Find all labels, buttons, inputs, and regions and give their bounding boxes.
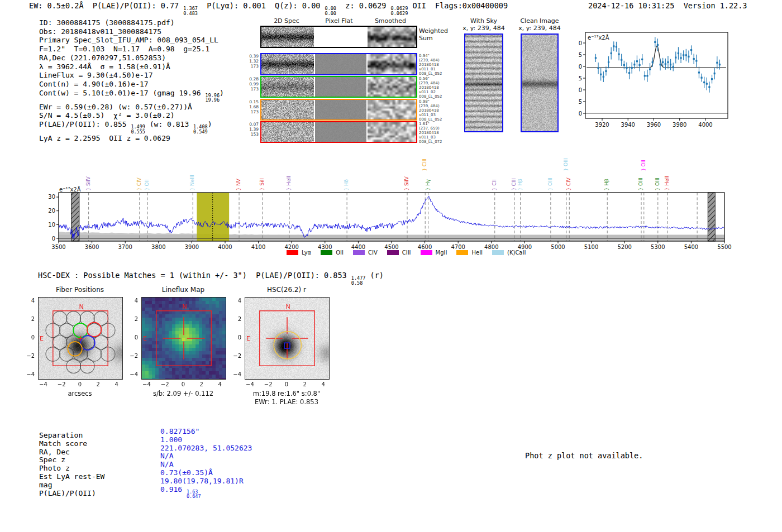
svg-text:7.5: 7.5 <box>578 75 582 82</box>
axis-tick-label: −4 <box>36 381 50 387</box>
axis-tick-label: 4 <box>230 298 241 304</box>
svg-text:3700: 3700 <box>118 244 132 250</box>
axis-tick-label: −2 <box>23 353 35 359</box>
legend-swatch <box>492 250 504 255</box>
lineflux-title: Lineflux Map <box>139 286 228 294</box>
axis-tick-label: 2 <box>230 316 241 322</box>
info-line: EWr = 0.59(±0.28) (w: 0.57(±0.27))Å <box>39 103 224 112</box>
hsc-image <box>245 298 329 379</box>
info-line: ID: 3000884175 (3000884175.pdf) <box>39 18 224 27</box>
emission-line-label-neiii: NeIII <box>189 175 195 186</box>
2d-strip-left-values: 0.280.99173 <box>245 77 259 92</box>
lineflux-panel <box>141 297 226 380</box>
svg-text:30: 30 <box>48 194 55 200</box>
info-line: RA,Dec (221.070297,51.052853) <box>39 54 224 63</box>
fiber-panel <box>38 297 123 380</box>
info-line: LineFlux = 9.30(±4.50)e-17 <box>39 71 224 80</box>
svg-text:3980: 3980 <box>673 122 686 128</box>
emission-line-label-heii: HeII <box>664 176 670 186</box>
axis-tick-label: −2 <box>127 353 138 359</box>
legend-item-heii: HeII <box>456 250 483 256</box>
legend-swatch <box>321 250 332 255</box>
svg-text:15.0: 15.0 <box>578 40 582 46</box>
emission-line-label-oiii: OIII <box>563 158 569 166</box>
svg-text:3800: 3800 <box>151 244 165 250</box>
header-summary: EW: 0.5±0.2Å P(LAE)/P(OII): 0.77 1.3670.… <box>29 1 508 16</box>
emission-line-label-heii: HeII <box>286 176 292 186</box>
emission-line-label-civ: CIV <box>136 178 142 186</box>
fiber-2d-strip <box>260 76 417 98</box>
weighted-sum-strip <box>260 26 417 48</box>
match-row-label: RA, Dec <box>39 448 104 457</box>
sky-image <box>465 35 502 131</box>
emission-line-brace: { <box>563 168 568 171</box>
match-row-value: 0.73(±0.35)Å <box>160 469 252 477</box>
2d-spec-image <box>261 122 416 142</box>
axis-tick-label: −4 <box>230 371 241 377</box>
match-row-value: 1.000 <box>160 436 252 444</box>
legend-item-(k)caii: (K)CaII <box>492 250 526 256</box>
match-row-value: N/A <box>160 461 252 469</box>
match-row-value: 221.070283, 51.052623 <box>160 444 252 453</box>
svg-text:12.5: 12.5 <box>578 52 582 58</box>
weighted-sum-label: WeightedSum <box>419 28 448 42</box>
axis-tick-label: 2 <box>127 316 138 322</box>
2d-spec-image <box>261 27 416 47</box>
match-row-value: 19.80(19.78,19.81)R <box>160 477 252 486</box>
svg-text:5400: 5400 <box>684 244 698 250</box>
info-line: λ = 3962.44Å σ = 1.58(±0.91)Å <box>39 63 224 71</box>
match-row-value: 0.827156" <box>160 428 252 436</box>
svg-text:0: 0 <box>52 236 55 242</box>
emission-line-label-ciii: CIII <box>422 159 427 166</box>
axis-tick-label: 4 <box>317 381 330 387</box>
info-line: Obs: 20180418v011_3000884175 <box>39 27 224 36</box>
svg-text:10.0: 10.0 <box>578 64 582 70</box>
match-row-value: 0.916 1.630.647 <box>160 486 252 499</box>
axis-tick-label: 2 <box>195 381 208 387</box>
emission-line-brace: { <box>641 168 646 171</box>
svg-text:5300: 5300 <box>651 244 665 250</box>
spec2d-column-title: 2D Spec <box>261 17 312 25</box>
emission-line-label-oiii: OIII <box>638 178 643 186</box>
legend-item-mgii: MgII <box>421 250 447 256</box>
2d-strip-right-info: 0.56"(239, 484)20180418v011_02008_LL_052 <box>419 76 455 99</box>
emission-line-label-siii: SiII <box>259 178 265 186</box>
axis-tick-label: 2 <box>92 381 105 387</box>
header-datetime-version: 2024-12-16 10:31:25 Version 1.22.3 <box>588 1 747 10</box>
svg-text:3940: 3940 <box>621 122 635 128</box>
with-sky-image-panel <box>464 33 503 132</box>
detection-info-block: ID: 3000884175 (3000884175.pdf)Obs: 2018… <box>39 18 224 143</box>
match-row-label: Est LyA rest-EW <box>39 473 104 481</box>
match-row-label: Match score <box>39 440 104 448</box>
axis-tick-label: 0 <box>280 381 293 387</box>
svg-text:4100: 4100 <box>251 244 265 250</box>
axis-tick-label: 0 <box>23 334 35 341</box>
sky-panel-title: Clean Imagex, y: 239, 484 <box>509 18 570 32</box>
match-table-values: 0.827156"1.000221.070283, 51.052623N/AN/… <box>160 428 252 499</box>
axis-tick-label: 0 <box>73 381 87 387</box>
axis-tick-label: 2 <box>23 316 35 322</box>
photz-note: Phot z plot not available. <box>525 451 643 460</box>
svg-text:3600: 3600 <box>85 244 99 250</box>
svg-text:3960: 3960 <box>647 122 661 128</box>
svg-text:2.5: 2.5 <box>578 99 582 105</box>
sky-image <box>522 35 557 131</box>
axis-tick-label: −2 <box>158 381 171 387</box>
legend-item-oii: OII <box>321 250 344 256</box>
axis-tick-label: −4 <box>23 371 35 377</box>
hsc-panel <box>245 297 330 380</box>
svg-text:4000: 4000 <box>218 244 232 250</box>
svg-text:5200: 5200 <box>617 244 631 250</box>
2d-spec-image <box>261 100 416 119</box>
svg-text:3920: 3920 <box>595 122 609 128</box>
report-version: Version 1.22.3 <box>684 1 747 10</box>
axis-tick-label: −2 <box>261 381 275 387</box>
lineflux-image <box>142 298 226 379</box>
axis-tick-label: −4 <box>127 371 138 377</box>
2d-spec-image <box>261 77 416 97</box>
2d-strip-left-values: 0.071.39153 <box>245 122 259 137</box>
spectrum-legend: LyαOIICIVCIIIMgIIHeII(K)CaII <box>287 250 526 256</box>
svg-text:3900: 3900 <box>185 244 199 250</box>
svg-text:10: 10 <box>48 222 55 228</box>
emission-line-label-oii: OII <box>641 160 646 166</box>
